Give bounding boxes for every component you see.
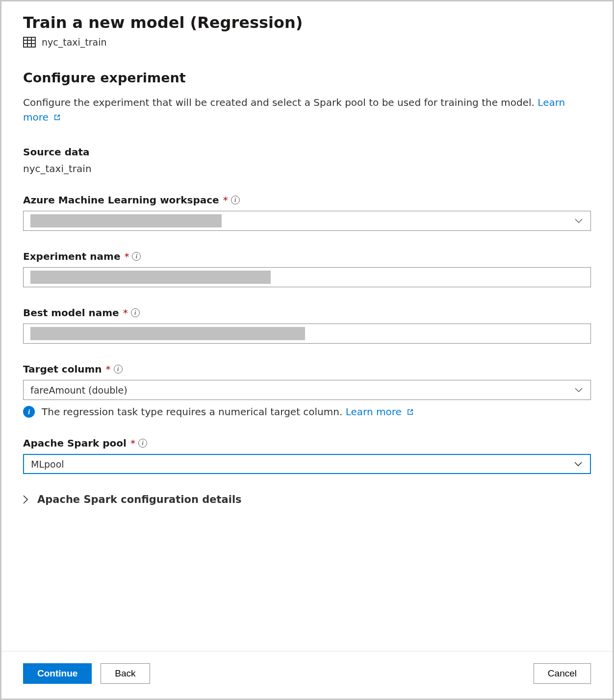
info-icon[interactable]: i (138, 439, 147, 448)
back-button[interactable]: Back (101, 663, 150, 684)
workspace-label: Azure Machine Learning workspace * i (23, 194, 591, 206)
info-icon[interactable]: i (131, 308, 140, 317)
target-column-dropdown[interactable]: fareAmount (double) (23, 380, 591, 400)
learn-more-link-target[interactable]: Learn more (346, 406, 414, 418)
experiment-name-input[interactable] (23, 267, 591, 287)
dataset-breadcrumb: nyc_taxi_train (23, 37, 591, 48)
best-model-value-redacted (30, 327, 305, 340)
section-description: Configure the experiment that will be cr… (23, 95, 591, 125)
expander-label: Apache Spark configuration details (37, 494, 242, 505)
external-link-icon (407, 408, 414, 416)
experiment-label: Experiment name * i (23, 250, 591, 262)
section-heading: Configure experiment (23, 70, 591, 85)
chevron-down-icon (575, 219, 583, 224)
svg-rect-0 (24, 37, 35, 47)
spark-pool-field: Apache Spark pool * i MLpool (23, 437, 591, 474)
best-model-field: Best model name * i (23, 307, 591, 344)
required-asterisk: * (124, 250, 129, 262)
chevron-down-icon (574, 462, 582, 467)
info-icon[interactable]: i (132, 252, 141, 261)
required-asterisk: * (223, 194, 228, 206)
source-data-label: Source data (23, 146, 591, 158)
source-data-value: nyc_taxi_train (23, 163, 591, 175)
description-text: Configure the experiment that will be cr… (23, 97, 537, 108)
spark-pool-label: Apache Spark pool * i (23, 437, 591, 449)
train-model-panel: Train a new model (Regression) nyc_taxi_… (0, 0, 614, 700)
spark-pool-dropdown[interactable]: MLpool (23, 454, 591, 474)
info-icon: i (23, 406, 35, 418)
cancel-button[interactable]: Cancel (534, 663, 591, 684)
experiment-field: Experiment name * i (23, 250, 591, 287)
target-column-field: Target column * i fareAmount (double) i … (23, 363, 591, 418)
source-data-block: Source data nyc_taxi_train (23, 146, 591, 175)
workspace-dropdown[interactable] (23, 211, 591, 231)
panel-content: Train a new model (Regression) nyc_taxi_… (1, 1, 613, 651)
experiment-value-redacted (30, 271, 271, 284)
info-icon[interactable]: i (231, 196, 240, 204)
external-link-icon (53, 114, 61, 121)
panel-footer: Continue Back Cancel (1, 651, 613, 699)
chevron-right-icon (23, 495, 28, 504)
page-title: Train a new model (Regression) (23, 13, 591, 32)
best-model-label: Best model name * i (23, 307, 591, 319)
target-info-text: The regression task type requires a nume… (42, 406, 346, 418)
spark-pool-value: MLpool (31, 459, 64, 470)
workspace-field: Azure Machine Learning workspace * i (23, 194, 591, 231)
table-icon (23, 37, 36, 48)
best-model-name-input[interactable] (23, 324, 591, 344)
spark-config-expander[interactable]: Apache Spark configuration details (23, 494, 591, 505)
chevron-down-icon (575, 388, 583, 393)
required-asterisk: * (106, 363, 111, 375)
info-icon[interactable]: i (114, 365, 123, 374)
target-column-label: Target column * i (23, 363, 591, 375)
required-asterisk: * (123, 307, 128, 319)
target-column-info: i The regression task type requires a nu… (23, 406, 591, 418)
required-asterisk: * (130, 437, 135, 449)
dataset-name: nyc_taxi_train (42, 37, 107, 48)
target-column-value: fareAmount (double) (30, 385, 128, 396)
workspace-value-redacted (30, 214, 222, 227)
continue-button[interactable]: Continue (23, 663, 92, 684)
